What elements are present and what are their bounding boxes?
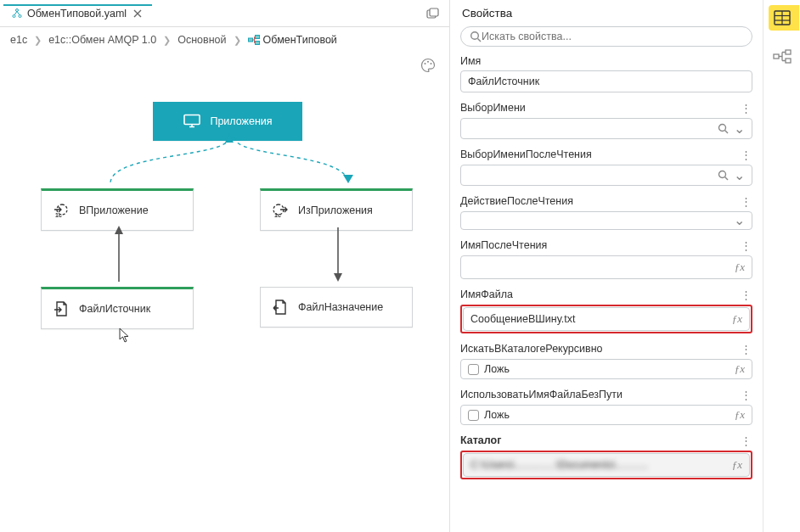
more-icon[interactable]: ⋮ <box>739 238 752 252</box>
properties-title: Свойства <box>462 7 752 20</box>
chevron-right-icon: ❯ <box>163 35 171 46</box>
svg-line-23 <box>725 131 729 134</box>
node-label: Приложения <box>210 115 272 127</box>
more-icon[interactable]: ⋮ <box>739 288 752 301</box>
label-imya-posle: ИмяПослеЧтения <box>460 239 547 251</box>
cursor-icon <box>119 328 131 343</box>
svg-line-21 <box>478 39 482 42</box>
out-app-icon: 1c <box>271 201 290 220</box>
fx-icon[interactable]: ƒx <box>735 408 745 422</box>
breadcrumb: e1c ❯ e1c::Обмен AMQP 1.0 ❯ Основной ❯ О… <box>0 27 449 51</box>
svg-marker-13 <box>343 175 353 183</box>
svg-marker-17 <box>115 226 123 234</box>
label-rekursiv: ИскатьВКаталогеРекурсивно <box>460 343 603 355</box>
svg-rect-32 <box>786 59 791 63</box>
diagram-canvas[interactable]: Приложения 1c ВПриложение 1c ИзПриложени… <box>0 51 449 527</box>
input-vybor[interactable]: ⌄ <box>460 118 752 139</box>
file-dest-icon <box>271 298 290 316</box>
arrow-dashed <box>51 132 408 193</box>
side-toolbar <box>763 0 800 532</box>
label-name: Имя <box>460 55 481 67</box>
label-imya-fayla: ИмяФайла <box>460 288 513 300</box>
checkbox[interactable] <box>468 364 479 375</box>
fx-icon[interactable]: ƒx <box>732 458 742 472</box>
breadcrumb-item-2[interactable]: Основной <box>177 34 226 46</box>
svg-point-22 <box>719 125 726 132</box>
breadcrumb-current: ОбменТиповой <box>248 34 337 46</box>
svg-rect-5 <box>248 38 252 42</box>
node-label: ФайлИсточник <box>79 303 150 315</box>
monitor-icon <box>183 112 201 131</box>
more-icon[interactable]: ⋮ <box>739 388 752 401</box>
node-label: ФайлНазначение <box>298 301 383 313</box>
input-deystvie[interactable]: ⌄ <box>460 211 752 230</box>
checkbox[interactable] <box>468 410 479 421</box>
arrow-up <box>110 226 127 283</box>
properties-panel: Свойства Имя ВыборИмени ⋮ ⌄ ВыборИмениПо… <box>450 0 763 532</box>
node-out-app[interactable]: 1c ИзПриложения <box>260 188 413 231</box>
breadcrumb-item-1[interactable]: e1c::Обмен AMQP 1.0 <box>48 34 156 46</box>
more-icon[interactable]: ⋮ <box>739 434 752 447</box>
highlight-box: C:\Users\..............\Documents\......… <box>460 451 752 479</box>
structure-tab-button[interactable] <box>769 44 796 70</box>
tab-close-icon[interactable] <box>132 8 144 20</box>
node-label: ИзПриложения <box>298 204 373 216</box>
svg-rect-30 <box>774 54 779 59</box>
input-bezputi[interactable]: Ложь ƒx <box>460 405 752 425</box>
svg-point-1 <box>13 14 15 17</box>
node-in-app[interactable]: 1c ВПриложение <box>41 188 194 231</box>
svg-point-0 <box>16 8 19 11</box>
label-bezputi: ИспользоватьИмяФайлаБезПути <box>460 389 623 400</box>
input-imya-fayla[interactable]: ƒx <box>463 307 750 331</box>
node-file-source[interactable]: ФайлИсточник <box>41 287 194 329</box>
chevron-down-icon[interactable]: ⌄ <box>734 216 745 225</box>
in-app-icon: 1c <box>52 201 70 220</box>
svg-point-20 <box>471 32 479 40</box>
node-label: ВПриложение <box>79 204 149 216</box>
more-icon[interactable]: ⋮ <box>739 101 752 115</box>
input-name[interactable] <box>460 70 752 92</box>
search-icon[interactable] <box>718 170 729 181</box>
chevron-down-icon[interactable]: ⌄ <box>734 171 745 180</box>
input-vybor-posle[interactable]: ⌄ <box>460 165 752 186</box>
fx-icon[interactable]: ƒx <box>735 260 745 274</box>
svg-text:1c: 1c <box>274 212 281 218</box>
chevron-down-icon[interactable]: ⌄ <box>734 125 745 133</box>
input-rekursiv[interactable]: Ложь ƒx <box>460 359 752 379</box>
search-icon <box>470 31 482 42</box>
chevron-right-icon: ❯ <box>234 35 241 46</box>
fx-icon[interactable]: ƒx <box>735 362 745 376</box>
label-vybor: ВыборИмени <box>460 102 526 114</box>
node-file-dest[interactable]: ФайлНазначение <box>260 287 413 328</box>
label-vybor-posle: ВыборИмениПослеЧтения <box>460 148 592 160</box>
svg-rect-31 <box>786 50 791 54</box>
svg-rect-11 <box>184 115 200 125</box>
fx-icon[interactable]: ƒx <box>732 312 742 326</box>
label-deystvie: ДействиеПослеЧтения <box>460 195 573 207</box>
svg-line-25 <box>725 177 729 181</box>
tab-bar: ОбменТиповой.yaml <box>0 0 449 27</box>
more-icon[interactable]: ⋮ <box>739 194 752 208</box>
input-imya-posle[interactable]: ƒx <box>460 255 752 279</box>
tab-filename: ОбменТиповой.yaml <box>27 8 127 20</box>
diagram-icon <box>12 8 22 19</box>
duplicate-tab-icon[interactable] <box>424 4 442 23</box>
search-input[interactable] <box>482 31 743 42</box>
breadcrumb-item-0[interactable]: e1c <box>10 34 27 46</box>
tab-file[interactable]: ОбменТиповой.yaml <box>3 4 152 23</box>
label-katalog: Каталог <box>460 434 501 446</box>
properties-search[interactable] <box>460 26 752 47</box>
svg-marker-12 <box>225 134 234 143</box>
svg-text:1c: 1c <box>55 212 62 218</box>
svg-rect-4 <box>430 8 438 16</box>
arrow-down <box>330 226 346 283</box>
more-icon[interactable]: ⋮ <box>739 342 752 356</box>
more-icon[interactable]: ⋮ <box>739 148 752 161</box>
search-icon[interactable] <box>718 123 729 134</box>
highlight-box: ƒx <box>460 305 752 333</box>
file-source-icon <box>52 300 70 318</box>
svg-marker-19 <box>334 273 342 282</box>
properties-tab-button[interactable] <box>769 5 796 31</box>
input-katalog[interactable]: C:\Users\..............\Documents\......… <box>463 453 750 477</box>
svg-point-24 <box>719 171 726 178</box>
